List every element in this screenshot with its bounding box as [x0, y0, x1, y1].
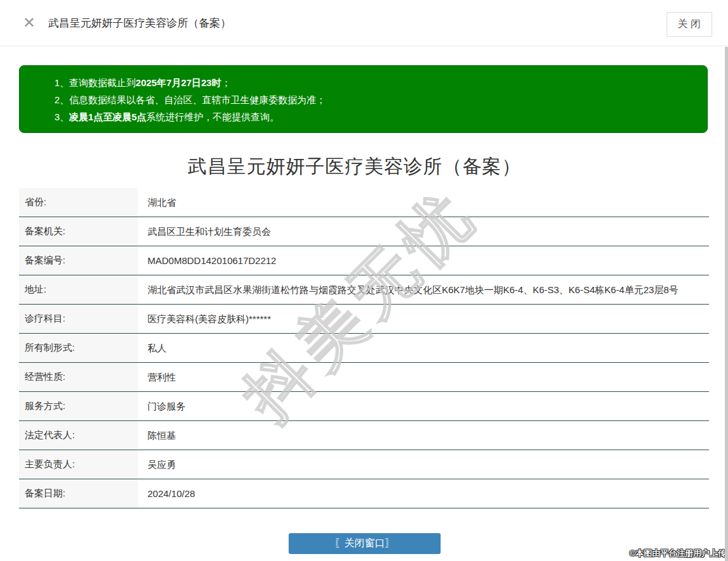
notice-line-3: 3、凌晨1点至凌晨5点系统进行维护，不能提供查询。 [54, 108, 701, 125]
table-row-ownership: 所有制形式: 私人 [19, 334, 709, 363]
notice-line-number: 1、 [54, 77, 69, 88]
notice-line-number: 2、 [54, 94, 69, 105]
table-row-filing-authority: 备案机关: 武昌区卫生和计划生育委员会 [19, 217, 709, 246]
row-label: 服务方式: [19, 392, 138, 420]
row-label: 备案日期: [19, 479, 138, 508]
row-label: 主要负责人: [19, 450, 138, 479]
table-row-province: 省份: 湖北省 [19, 188, 709, 217]
row-value: 湖北省武汉市武昌区水果湖街道松竹路与烟霞路交叉处武汉中央文化区K6K7地块一期K… [138, 275, 709, 304]
vertical-scrollbar[interactable] [725, 47, 728, 561]
row-value: 2024/10/28 [138, 479, 709, 508]
row-value: 吴应勇 [138, 450, 709, 479]
row-label: 省份: [19, 188, 138, 217]
table-row-filing-date: 备案日期: 2024/10/28 [19, 479, 709, 508]
row-label: 经营性质: [19, 363, 138, 391]
close-icon[interactable]: ✕ [23, 15, 35, 30]
row-label: 法定代表人: [19, 421, 138, 450]
header-bar: ✕ 武昌呈元妍妍子医疗美容诊所（备案） 关 闭 [0, 0, 728, 46]
row-value: 武昌区卫生和计划生育委员会 [138, 217, 709, 246]
table-row-service-mode: 服务方式: 门诊服务 [19, 392, 709, 421]
notice-line-2: 2、信息数据结果以各省、自治区、直辖市卫生健康委数据为准； [54, 91, 701, 108]
table-row-business-nature: 经营性质: 营利性 [19, 363, 709, 392]
row-label: 地址: [19, 275, 138, 304]
uploaded-by-note: ©本图由平台注册用户上传 [629, 548, 726, 559]
medical-registration-detail-page: ✕ 武昌呈元妍妍子医疗美容诊所（备案） 关 闭 1、查询数据截止到2025年7月… [0, 0, 728, 561]
row-value: 门诊服务 [138, 392, 709, 420]
row-label: 备案机关: [19, 217, 138, 246]
row-label: 备案编号: [19, 246, 138, 275]
row-value: 医疗美容科(美容皮肤科)****** [138, 305, 709, 333]
table-row-filing-number: 备案编号: MAD0M8DD142010617D2212 [19, 246, 709, 275]
clinic-title: 武昌呈元妍妍子医疗美容诊所（备案） [0, 154, 709, 180]
notice-text: 查询数据截止到 [69, 77, 135, 88]
notice-line-number: 3、 [54, 111, 69, 122]
table-row-departments: 诊疗科目: 医疗美容科(美容皮肤科)****** [19, 305, 709, 334]
notice-text-bold: 2025年7月27日23时 [135, 77, 221, 88]
row-label: 所有制形式: [19, 334, 138, 362]
notice-text: 系统进行维护，不能提供查询。 [146, 111, 279, 122]
page-title: 武昌呈元妍妍子医疗美容诊所（备案） [48, 16, 231, 30]
notice-line-1: 1、查询数据截止到2025年7月27日23时； [54, 74, 701, 91]
table-row-principal: 主要负责人: 吴应勇 [19, 450, 709, 479]
row-label: 诊疗科目: [19, 305, 138, 333]
row-value: 湖北省 [138, 188, 709, 217]
row-value: 营利性 [138, 363, 709, 391]
notice-text-bold: 凌晨1点至凌晨5点 [69, 111, 146, 122]
close-button[interactable]: 关 闭 [667, 12, 712, 37]
registration-info-table: 省份: 湖北省 备案机关: 武昌区卫生和计划生育委员会 备案编号: MAD0M8… [19, 188, 709, 508]
notice-banner: 1、查询数据截止到2025年7月27日23时； 2、信息数据结果以各省、自治区、… [19, 65, 708, 133]
row-value: 陈恒基 [138, 421, 709, 450]
row-value: MAD0M8DD142010617D2212 [138, 246, 709, 275]
close-window-button[interactable]: 〖关闭窗口〗 [289, 533, 441, 554]
row-value: 私人 [138, 334, 709, 362]
notice-text: 信息数据结果以各省、自治区、直辖市卫生健康委数据为准； [69, 94, 325, 105]
table-row-legal-representative: 法定代表人: 陈恒基 [19, 421, 709, 450]
notice-text: ； [221, 77, 230, 88]
table-row-address: 地址: 湖北省武汉市武昌区水果湖街道松竹路与烟霞路交叉处武汉中央文化区K6K7地… [19, 275, 709, 305]
